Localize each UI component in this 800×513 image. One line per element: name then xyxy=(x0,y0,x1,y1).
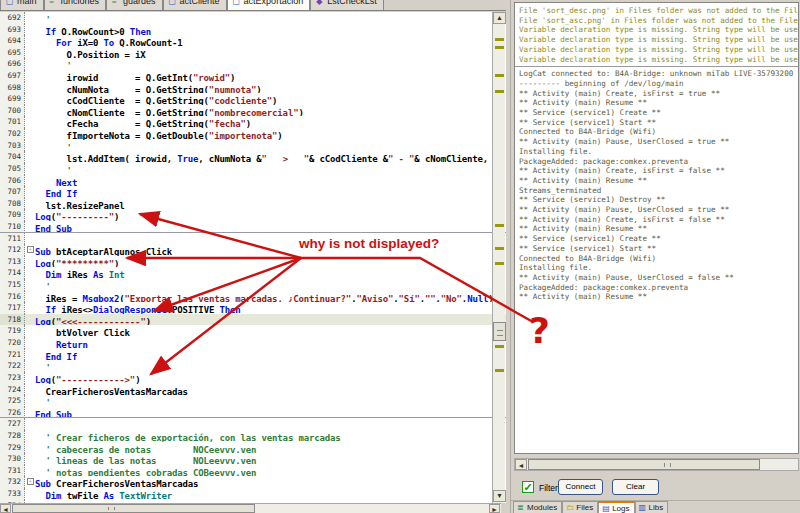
fold-collapse-icon[interactable]: - xyxy=(27,478,34,485)
log-line: ** Activity (main) Create, isFirst = tru… xyxy=(519,89,798,99)
code-text: Log("---------") xyxy=(35,212,119,221)
panel-tab-libs[interactable]: ▥Libs xyxy=(635,501,669,513)
scroll-right-icon[interactable]: ► xyxy=(489,504,500,513)
editor-tab-guardes[interactable]: ≡guardes xyxy=(106,0,163,10)
filter-label: Filter xyxy=(539,483,558,493)
code-text: ' xyxy=(35,166,72,175)
panel-tab-modules[interactable]: ≣Modules xyxy=(513,501,562,513)
panel-tab-logs[interactable]: ▤Logs xyxy=(598,501,634,513)
change-marker xyxy=(495,74,504,77)
change-marker xyxy=(495,224,504,227)
code-line-729[interactable]: 729 ' cabeceras de notas NOCeevvv.ven xyxy=(0,442,506,454)
log-line: File 'sort_asc.png' in Files folder was … xyxy=(519,16,798,26)
code-line-697[interactable]: 697 irowid = Q.GetInt("rowid") xyxy=(0,70,506,82)
filter-checkbox[interactable]: ✓ xyxy=(522,481,534,493)
code-line-722[interactable]: 722 ' xyxy=(0,360,506,372)
code-line-692[interactable]: 692 ' xyxy=(0,12,506,24)
code-line-727[interactable]: 727 xyxy=(0,418,506,430)
code-text: Log("*********") xyxy=(35,259,119,268)
editor-tab-actCliente[interactable]: ▢actCliente xyxy=(163,0,227,10)
scrollbar-thumb[interactable] xyxy=(528,459,760,470)
scroll-up-icon[interactable]: ▲ xyxy=(493,12,506,24)
libs-icon: ▥ xyxy=(639,503,647,511)
code-line-713[interactable]: 713Log("*********") xyxy=(0,256,506,268)
scrollbar-thumb[interactable] xyxy=(12,504,255,513)
code-line-715[interactable]: 715 ' xyxy=(0,279,506,291)
code-text: End If xyxy=(35,352,77,361)
code-line-730[interactable]: 730 ' lineas de las notas NOLeevvv.ven xyxy=(0,453,506,465)
code-line-716[interactable]: 716 iRes = Msgbox2("Exportar las ventas … xyxy=(0,291,506,303)
code-line-721[interactable]: 721 End If xyxy=(0,349,506,361)
line-number: 704 xyxy=(0,151,25,163)
code-text: If Q.RowCount>0 Then xyxy=(35,27,151,36)
fold-margin xyxy=(25,291,35,303)
code-line-696[interactable]: 696 ' xyxy=(0,58,506,70)
b4a-ide-window: ▢main≡funciones≡guardes▢actCliente▢actEx… xyxy=(0,0,800,513)
log-line: Variable declaration type is missing. St… xyxy=(519,25,798,35)
code-line-720[interactable]: 720 Return xyxy=(0,337,506,349)
fold-collapse-icon[interactable]: - xyxy=(27,246,34,253)
code-line-725[interactable]: 725 ' xyxy=(0,395,506,407)
editor-tab-actExportación[interactable]: ▢actExportación xyxy=(227,0,311,10)
code-line-714[interactable]: 714 Dim iRes As Int xyxy=(0,267,506,279)
code-line-732[interactable]: 732-Sub CrearFicherosVentasMarcadas xyxy=(0,476,506,488)
code-text: btVolver_Click xyxy=(35,328,130,337)
code-line-698[interactable]: 698 cNumNota = Q.GetString("numnota") xyxy=(0,82,506,94)
code-line-703[interactable]: 703 ' xyxy=(0,140,506,152)
code-line-717[interactable]: 717 If iRes<>DialogResponse.POSITIVE The… xyxy=(0,302,506,314)
editor-tab-LstCheckLst[interactable]: ◆LstCheckLst xyxy=(310,0,384,10)
log-output[interactable]: File 'sort_desc.png' in Files folder was… xyxy=(514,2,799,454)
code-line-718[interactable]: 718Log("<<<------------") xyxy=(0,314,506,326)
code-line-705[interactable]: 705 ' xyxy=(0,163,506,175)
code-line-726[interactable]: 726End Sub xyxy=(0,407,506,419)
scrollbar-thumb[interactable] xyxy=(493,322,506,341)
code-line-695[interactable]: 695 Q.Position = iX xyxy=(0,47,506,59)
code-text: cNumNota = Q.GetString("numnota") xyxy=(35,85,262,94)
editor-tab-funciones[interactable]: ≡funciones xyxy=(44,0,107,10)
code-line-702[interactable]: 702 fImporteNota = Q.GetDouble("importen… xyxy=(0,128,506,140)
code-text: End If xyxy=(35,189,77,198)
code-line-700[interactable]: 700 cNomCliente = Q.GetString("nombrecom… xyxy=(0,105,506,117)
code-text: cCodCliente = Q.GetString("codcliente") xyxy=(35,96,277,105)
code-line-706[interactable]: 706 Next xyxy=(0,175,506,187)
code-line-699[interactable]: 699 cCodCliente = Q.GetString("codclient… xyxy=(0,93,506,105)
code-editor[interactable]: 692 '693 If Q.RowCount>0 Then694 For iX=… xyxy=(0,12,506,503)
code-line-728[interactable]: 728 ' Crear ficheros de exportación, con… xyxy=(0,430,506,442)
connect-button[interactable]: Connect xyxy=(558,479,603,495)
code-line-719[interactable]: 719 btVolver_Click xyxy=(0,325,506,337)
clear-button[interactable]: Clear xyxy=(612,479,659,495)
annotation-question-text: why is not displayed? xyxy=(299,236,439,251)
code-line-708[interactable]: 708 lst.ResizePanel xyxy=(0,198,506,210)
scroll-left-icon[interactable]: ◄ xyxy=(515,459,527,470)
vertical-scrollbar[interactable]: ▲ ▼ xyxy=(492,12,505,503)
code-line-707[interactable]: 707 End If xyxy=(0,186,506,198)
code-line-701[interactable]: 701 cFecha = Q.GetString("fecha") xyxy=(0,116,506,128)
line-number: 693 xyxy=(0,24,25,36)
log-line: ** Activity (main) Create, isFirst = fal… xyxy=(519,166,798,176)
code-line-704[interactable]: 704 lst.AddItem( irowid, True, cNumNota … xyxy=(0,151,506,163)
log-controls: ✓ Filter Connect Clear xyxy=(511,479,800,500)
code-line-733[interactable]: 733 Dim twFile As TextWriter xyxy=(0,488,506,500)
code-line-731[interactable]: 731 ' notas pendientes cobradas COBeevvv… xyxy=(0,465,506,477)
line-number: 707 xyxy=(0,186,25,198)
log-horizontal-scrollbar[interactable]: ◄ xyxy=(514,458,799,471)
editor-tab-main[interactable]: ▢main xyxy=(0,0,44,10)
line-number: 699 xyxy=(0,93,25,105)
scroll-left-icon[interactable]: ◄ xyxy=(0,504,11,513)
code-line-724[interactable]: 724 CrearFicherosVentasMarcadas xyxy=(0,384,506,396)
files-icon: 🗀 xyxy=(566,503,574,511)
panel-tab-files[interactable]: 🗀Files xyxy=(562,501,598,513)
line-number: 710 xyxy=(0,221,25,233)
code-text: fImporteNota = Q.GetDouble("importenota"… xyxy=(35,131,283,140)
code-line-693[interactable]: 693 If Q.RowCount>0 Then xyxy=(0,24,506,36)
code-line-694[interactable]: 694 For iX=0 To Q.RowCount-1 xyxy=(0,35,506,47)
horizontal-scrollbar[interactable]: ◄ ► xyxy=(0,503,501,513)
code-line-723[interactable]: 723Log("------------>") xyxy=(0,372,506,384)
code-text: ' xyxy=(35,398,51,407)
code-text: For iX=0 To Q.RowCount-1 xyxy=(35,38,183,47)
fold-margin xyxy=(25,325,35,337)
code-text: ' xyxy=(35,282,51,291)
code-line-709[interactable]: 709Log("---------") xyxy=(0,209,506,221)
code-line-710[interactable]: 710End Sub xyxy=(0,221,506,233)
scroll-down-icon[interactable]: ▼ xyxy=(493,490,506,502)
